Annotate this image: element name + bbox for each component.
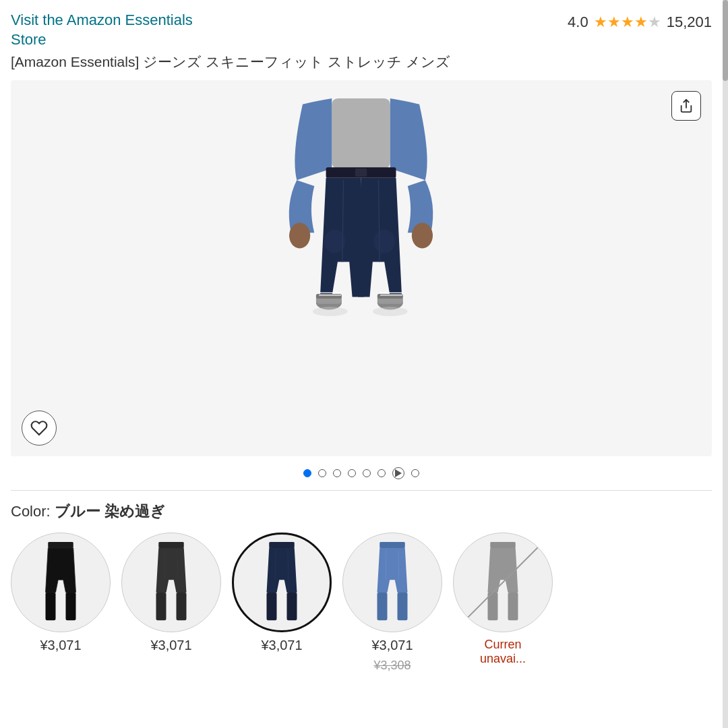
- svg-point-2: [412, 223, 433, 249]
- svg-point-7: [324, 230, 345, 253]
- star-5: ★: [648, 13, 661, 31]
- dot-2[interactable]: [318, 469, 326, 477]
- svg-rect-27: [156, 593, 166, 620]
- swatch-dark-gray[interactable]: [121, 533, 221, 632]
- swatch-unavailable-label: Currenunavai...: [480, 638, 526, 666]
- svg-point-1: [290, 223, 311, 249]
- star-2: ★: [607, 13, 621, 31]
- svg-rect-37: [377, 593, 388, 620]
- svg-rect-26: [158, 542, 184, 548]
- svg-rect-33: [287, 593, 297, 620]
- swatch-black[interactable]: [11, 533, 111, 632]
- share-icon: [679, 98, 694, 113]
- star-3: ★: [621, 13, 634, 31]
- color-label: Color: ブルー 染め過ぎ: [11, 502, 712, 522]
- jeans-black-icon: [34, 542, 88, 623]
- jeans-darkblue-icon: [255, 542, 309, 623]
- rating-number: 4.0: [568, 13, 588, 31]
- dot-3[interactable]: [333, 469, 341, 477]
- svg-point-19: [313, 307, 348, 317]
- review-count: 15,201: [667, 13, 712, 31]
- header-section: Visit the Amazon Essentials Store 4.0 ★ …: [11, 11, 712, 49]
- jeans-medblue-icon: [365, 542, 419, 623]
- swatch-price-dark-gray: ¥3,071: [150, 638, 191, 653]
- dot-4[interactable]: [348, 469, 356, 477]
- svg-rect-28: [177, 593, 187, 620]
- color-swatches: ¥3,071 ¥3,071: [11, 533, 712, 673]
- swatch-price-dark-blue: ¥3,071: [261, 638, 302, 653]
- swatch-price-medium-blue: ¥3,071: [371, 638, 413, 653]
- scrollbar-thumb[interactable]: [723, 0, 728, 81]
- svg-rect-36: [380, 542, 405, 548]
- svg-rect-0: [332, 98, 391, 169]
- play-icon: [395, 469, 402, 477]
- svg-line-44: [460, 539, 545, 624]
- svg-rect-32: [267, 593, 277, 620]
- swatch-dark-blue[interactable]: [232, 533, 332, 632]
- color-item-dark-blue[interactable]: ¥3,071: [232, 533, 332, 653]
- color-item-medium-blue[interactable]: ¥3,071 ¥3,308: [342, 533, 442, 673]
- color-item-dark-gray[interactable]: ¥3,071: [121, 533, 221, 653]
- stars: ★ ★ ★ ★ ★: [594, 13, 661, 31]
- dot-6[interactable]: [377, 469, 386, 477]
- svg-rect-23: [48, 542, 73, 548]
- svg-point-8: [374, 230, 395, 253]
- svg-rect-38: [398, 593, 408, 620]
- svg-rect-24: [46, 593, 56, 620]
- share-button[interactable]: [671, 91, 701, 121]
- star-4: ★: [634, 13, 648, 31]
- section-divider: [11, 490, 712, 491]
- unavailable-overlay: [454, 533, 552, 632]
- image-container: [11, 80, 712, 456]
- svg-rect-31: [269, 542, 295, 548]
- swatch-medium-blue[interactable]: [342, 533, 442, 632]
- heart-icon: [30, 419, 48, 437]
- star-1: ★: [594, 13, 607, 31]
- store-link[interactable]: Visit the Amazon Essentials Store: [11, 11, 193, 49]
- swatch-original-price-medium-blue: ¥3,308: [373, 659, 411, 673]
- jeans-darkgray-icon: [144, 542, 198, 623]
- rating-section: 4.0 ★ ★ ★ ★ ★ 15,201: [568, 11, 712, 31]
- swatch-price-black: ¥3,071: [40, 638, 81, 653]
- svg-rect-14: [377, 295, 403, 299]
- svg-rect-4: [355, 169, 367, 177]
- swatch-charcoal[interactable]: [453, 533, 553, 632]
- wishlist-button[interactable]: [22, 411, 57, 446]
- color-section: Color: ブルー 染め過ぎ ¥3,071: [11, 502, 712, 684]
- dot-1[interactable]: [303, 469, 311, 477]
- product-title: [Amazon Essentials] ジーンズ スキニーフィット ストレッチ …: [11, 52, 712, 71]
- color-item-charcoal[interactable]: Currenunavai...: [453, 533, 553, 666]
- svg-rect-25: [66, 593, 76, 620]
- svg-rect-11: [316, 295, 342, 299]
- svg-marker-22: [395, 469, 402, 477]
- color-item-black[interactable]: ¥3,071: [11, 533, 111, 653]
- product-image-svg: [268, 98, 454, 437]
- scrollbar[interactable]: [723, 0, 728, 728]
- image-dots-nav: [11, 456, 712, 490]
- dot-play[interactable]: [392, 467, 404, 479]
- page-content: Visit the Amazon Essentials Store 4.0 ★ …: [0, 0, 723, 728]
- dot-8[interactable]: [411, 469, 419, 477]
- dot-5[interactable]: [363, 469, 371, 477]
- svg-point-20: [373, 307, 408, 317]
